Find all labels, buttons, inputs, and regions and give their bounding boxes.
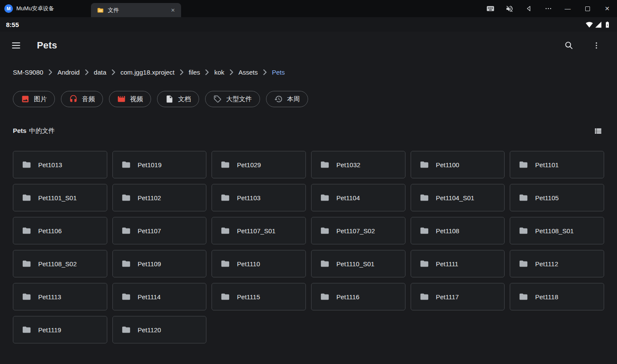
view-list-icon (593, 126, 602, 135)
folder-icon (519, 160, 528, 169)
folder-card[interactable]: Pet1110 (212, 250, 306, 277)
breadcrumb-item-files[interactable]: files (189, 69, 200, 76)
folder-card[interactable]: Pet1102 (112, 184, 207, 211)
chevron-right-icon (205, 69, 209, 75)
folder-card[interactable]: Pet1118 (510, 283, 604, 310)
breadcrumb-item-kok[interactable]: kok (214, 69, 224, 76)
status-bar: 8:55 (0, 17, 617, 32)
close-button[interactable]: ✕ (597, 0, 617, 17)
folder-name: Pet1109 (138, 260, 161, 268)
folder-name: Pet1119 (38, 326, 61, 334)
folder-card[interactable]: Pet1119 (13, 316, 107, 343)
chevron-right-icon (48, 69, 52, 75)
folder-card[interactable]: Pet1107_S01 (212, 217, 306, 244)
filter-chips: 图片 音频 视频 文档 大型文件 本周 (0, 91, 617, 107)
folder-card[interactable]: Pet1115 (212, 283, 306, 310)
folder-card[interactable]: Pet1113 (13, 283, 107, 310)
folder-name: Pet1110 (237, 260, 260, 268)
wifi-icon (586, 21, 593, 28)
folder-name: Pet1110_S01 (336, 260, 375, 268)
folder-card[interactable]: Pet1100 (411, 151, 505, 178)
menu-button[interactable] (12, 40, 22, 51)
android-back-button[interactable] (519, 0, 538, 17)
folder-card[interactable]: Pet1103 (212, 184, 306, 211)
folder-name: Pet1114 (138, 293, 161, 301)
overflow-menu-button[interactable] (588, 37, 605, 54)
chip-audio[interactable]: 音频 (61, 91, 103, 107)
folder-card[interactable]: Pet1111 (411, 250, 505, 277)
breadcrumb-item-package[interactable]: com.jgg18.xproject (121, 69, 175, 76)
section-suffix: 中的文件 (29, 127, 55, 135)
folder-card[interactable]: Pet1114 (112, 283, 207, 310)
files-app-tab[interactable]: 文件 ✕ (91, 3, 181, 17)
status-time: 8:55 (6, 21, 19, 28)
folder-name: Pet1101_S01 (38, 194, 77, 202)
breadcrumb-item-assets[interactable]: Assets (239, 69, 258, 76)
folder-card[interactable]: Pet1120 (112, 316, 207, 343)
folder-card[interactable]: Pet1107_S02 (311, 217, 405, 244)
folder-card[interactable]: Pet1029 (212, 151, 306, 178)
folder-card[interactable]: Pet1105 (510, 184, 604, 211)
chip-images[interactable]: 图片 (13, 91, 55, 107)
more-vertical-icon (592, 41, 601, 50)
folder-icon (420, 259, 429, 268)
more-horizontal-icon (544, 5, 552, 12)
folder-card[interactable]: Pet1108_S01 (510, 217, 604, 244)
search-button[interactable] (560, 37, 578, 54)
folder-name: Pet1115 (237, 293, 260, 301)
folder-icon (221, 160, 230, 169)
emulator-more-button[interactable] (538, 0, 558, 17)
folder-card[interactable]: Pet1032 (311, 151, 405, 178)
folder-card[interactable]: Pet1108 (411, 217, 505, 244)
folder-name: Pet1108_S02 (38, 260, 77, 268)
folder-card[interactable]: Pet1116 (311, 283, 405, 310)
chip-documents[interactable]: 文档 (157, 91, 199, 107)
folder-icon (22, 160, 31, 169)
mute-button[interactable] (500, 0, 519, 17)
minimize-button[interactable]: — (558, 0, 578, 17)
folder-icon (121, 325, 131, 334)
folder-card[interactable]: Pet1117 (411, 283, 505, 310)
folder-card[interactable]: Pet1106 (13, 217, 107, 244)
tab-close-icon[interactable]: ✕ (169, 6, 177, 14)
folder-card[interactable]: Pet1104 (311, 184, 405, 211)
image-icon (21, 95, 30, 103)
view-list-toggle-button[interactable] (591, 125, 604, 136)
folder-card[interactable]: Pet1109 (112, 250, 207, 277)
folder-card[interactable]: Pet1013 (13, 151, 107, 178)
folder-card[interactable]: Pet1112 (510, 250, 604, 277)
folder-name: Pet1117 (436, 293, 459, 301)
breadcrumb-item-android[interactable]: Android (57, 69, 80, 76)
folder-card[interactable]: Pet1110_S01 (311, 250, 405, 277)
chip-large-files[interactable]: 大型文件 (205, 91, 260, 107)
chip-this-week[interactable]: 本周 (266, 91, 308, 107)
section-folder-name: Pets (13, 127, 27, 134)
folder-name: Pet1029 (237, 161, 261, 168)
app-bar-actions (560, 37, 605, 54)
folder-icon (420, 193, 429, 202)
hamburger-icon (12, 42, 20, 43)
folder-card[interactable]: Pet1019 (112, 151, 207, 178)
chip-videos[interactable]: 视频 (109, 91, 151, 107)
folder-name: Pet1111 (436, 260, 459, 268)
folder-icon (22, 226, 31, 235)
breadcrumb-item-data[interactable]: data (94, 69, 106, 76)
document-icon (165, 95, 174, 103)
emulator-title: MuMu安卓设备 (16, 5, 54, 12)
folder-card[interactable]: Pet1108_S02 (13, 250, 107, 277)
folder-icon (221, 193, 230, 202)
folder-card[interactable]: Pet1101_S01 (13, 184, 107, 211)
folder-name: Pet1120 (138, 326, 161, 334)
folder-card[interactable]: Pet1104_S01 (411, 184, 505, 211)
folder-icon (519, 259, 528, 268)
breadcrumb-item-pets[interactable]: Pets (272, 69, 285, 76)
folder-icon (221, 259, 230, 268)
maximize-button[interactable] (578, 0, 597, 17)
breadcrumb-item-device[interactable]: SM-S9080 (13, 69, 43, 76)
folder-card[interactable]: Pet1107 (112, 217, 207, 244)
folder-card[interactable]: Pet1101 (510, 151, 604, 178)
keyboard-button[interactable] (481, 0, 500, 17)
folder-icon (320, 292, 330, 301)
folder-grid: Pet1013 Pet1019 Pet1029 Pet1032 (13, 151, 604, 343)
folder-icon (221, 226, 230, 235)
